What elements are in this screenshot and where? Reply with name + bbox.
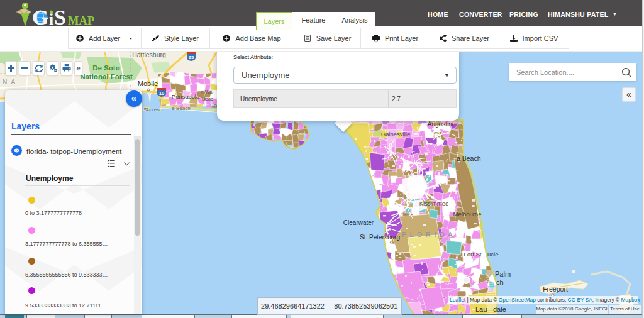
svg-text:Freeport: Freeport [543, 285, 568, 293]
svg-text:De Soto: De Soto [92, 64, 119, 72]
svg-text:Melbourne: Melbourne [453, 211, 482, 217]
svg-text:Palm: Palm [495, 270, 511, 278]
svg-text:F L O R I D A: F L O R I D A [402, 231, 453, 238]
svg-text:Lau: Lau [475, 305, 487, 313]
svg-text:ucie: ucie [487, 251, 498, 258]
svg-text:rt Wal: rt Wal [201, 89, 214, 95]
svg-text:a Beach: a Beach [457, 155, 481, 162]
svg-text:Hattiesburg: Hattiesburg [132, 51, 166, 58]
svg-text:Kissimmee: Kissimmee [419, 200, 448, 207]
svg-text:N A: N A [3, 79, 16, 85]
svg-text:St. Petersburg: St. Petersburg [360, 234, 400, 241]
svg-text:Augustine: Augustine [428, 121, 456, 128]
svg-text:65: 65 [189, 55, 194, 60]
svg-text:Fort St: Fort St [464, 251, 482, 258]
svg-text:Mobile: Mobile [138, 80, 158, 87]
svg-text:Beac: Beac [202, 96, 213, 102]
svg-text:Gainesville: Gainesville [381, 131, 410, 138]
svg-text:10: 10 [159, 90, 164, 96]
svg-text:e Beach: e Beach [172, 106, 190, 111]
svg-text:Pensacola: Pensacola [172, 93, 200, 100]
svg-text:ch: ch [496, 278, 504, 286]
svg-text:Shoreso: Shoreso [143, 107, 162, 112]
svg-text:Clearwater: Clearwater [343, 219, 374, 226]
svg-text:National Forest: National Forest [80, 73, 133, 80]
svg-text:dale: dale [493, 305, 506, 313]
